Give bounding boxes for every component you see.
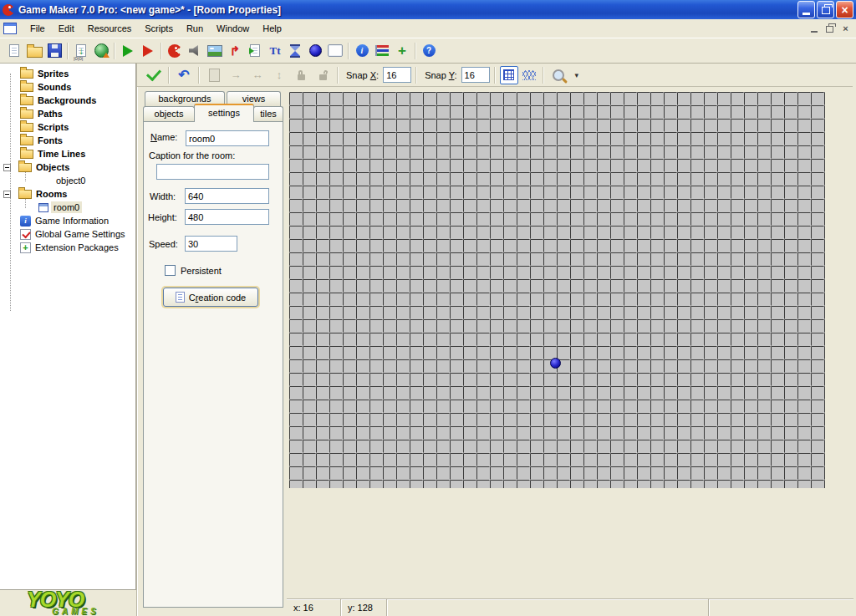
- width-input[interactable]: [185, 188, 269, 204]
- create-sound-button[interactable]: [185, 41, 205, 61]
- game-information-button[interactable]: i: [352, 41, 372, 61]
- menu-scripts[interactable]: Scripts: [138, 21, 180, 36]
- snap-x-input[interactable]: [383, 67, 411, 83]
- main-toolbar: ↓|0|0| ↱ Tt i + ?: [0, 38, 856, 64]
- green-arrow-icon: ↓: [79, 46, 84, 56]
- path-arrow-icon: ↱: [230, 44, 241, 57]
- tab-tiles[interactable]: tiles: [253, 106, 283, 122]
- tree-item-rooms[interactable]: Rooms: [0, 187, 135, 201]
- mdi-close-button[interactable]: ×: [838, 23, 853, 35]
- mdi-minimize-icon: [811, 31, 818, 33]
- create-path-button[interactable]: ↱: [225, 41, 245, 61]
- help-button[interactable]: ?: [419, 41, 439, 61]
- menu-run[interactable]: Run: [180, 21, 210, 36]
- name-label-mnemonic: N: [150, 132, 157, 142]
- collapse-minus-icon[interactable]: [3, 164, 11, 171]
- open-file-button[interactable]: [24, 41, 44, 61]
- snap-x-label-post: :: [376, 70, 379, 80]
- menu-resources[interactable]: Resources: [81, 21, 139, 36]
- new-file-button[interactable]: [4, 41, 24, 61]
- object-instance-ball[interactable]: [550, 358, 561, 369]
- tree-item-sounds[interactable]: Sounds: [0, 80, 135, 94]
- tree-item-label: Sprites: [38, 69, 69, 79]
- save-file-button[interactable]: [44, 41, 64, 61]
- collapse-minus-icon[interactable]: [3, 191, 11, 198]
- tree-item-object0[interactable]: object0: [0, 174, 135, 187]
- run-debug-button[interactable]: [138, 41, 158, 61]
- zoom-dropdown-arrow[interactable]: ▾: [575, 71, 579, 79]
- room-grid-canvas[interactable]: [289, 92, 825, 488]
- restore-button[interactable]: [817, 1, 834, 18]
- create-time-line-button[interactable]: [285, 41, 305, 61]
- restore-icon: [822, 7, 830, 14]
- folder-icon: [18, 190, 32, 199]
- mdi-minimize-button[interactable]: [807, 23, 821, 35]
- tree-item-room0[interactable]: room0: [0, 201, 135, 214]
- menu-help[interactable]: Help: [256, 21, 288, 36]
- settings-tab-content: Name: Caption for the room: Width: Heigh…: [143, 121, 283, 608]
- name-label: Name:: [150, 132, 177, 142]
- tree-item-fonts[interactable]: Fonts: [0, 134, 135, 147]
- close-icon: ×: [841, 4, 848, 16]
- red-check-icon: [20, 229, 31, 240]
- run-game-button[interactable]: [118, 41, 138, 61]
- tree-item-objects[interactable]: Objects: [0, 160, 135, 174]
- caption-input[interactable]: [156, 164, 269, 180]
- publish-game-button[interactable]: [91, 41, 111, 61]
- title-bar: Game Maker 7.0 Pro: <new game>* - [Room …: [0, 0, 856, 19]
- create-font-button[interactable]: Tt: [265, 41, 285, 61]
- tree-item-time-lines[interactable]: Time Lines: [0, 147, 135, 160]
- close-button[interactable]: ×: [836, 1, 853, 18]
- tree-item-scripts[interactable]: Scripts: [0, 120, 135, 134]
- create-object-button[interactable]: [305, 41, 325, 61]
- menu-window[interactable]: Window: [210, 21, 256, 36]
- tab-settings-active[interactable]: settings: [194, 104, 254, 122]
- creation-code-button[interactable]: Creation code: [163, 288, 258, 307]
- status-bar: x: 16 y: 128: [287, 598, 853, 616]
- undo-button[interactable]: ↶: [174, 65, 194, 85]
- create-script-button[interactable]: [245, 41, 265, 61]
- height-input[interactable]: [185, 209, 269, 225]
- global-game-settings-button[interactable]: [372, 41, 392, 61]
- zoom-button[interactable]: [548, 65, 568, 85]
- snap-y-label: Snap Y:: [425, 70, 456, 80]
- commit-changes-button[interactable]: [144, 65, 164, 85]
- mdi-child-icon[interactable]: [3, 23, 17, 34]
- menu-file[interactable]: File: [23, 21, 52, 36]
- globe-icon: [94, 43, 109, 58]
- tree-item-sprites[interactable]: Sprites: [0, 67, 135, 80]
- speed-input[interactable]: [185, 236, 237, 252]
- isometric-toggle-button[interactable]: [520, 66, 538, 84]
- tree-item-global-game-settings[interactable]: Global Game Settings: [0, 227, 135, 241]
- folder-icon: [20, 136, 33, 145]
- tree-item-extension-packages[interactable]: +Extension Packages: [0, 241, 135, 254]
- clear-button-disabled: [204, 65, 224, 85]
- create-room-button[interactable]: [325, 41, 345, 61]
- create-background-button[interactable]: [205, 41, 225, 61]
- tree-item-backgrounds[interactable]: Backgrounds: [0, 94, 135, 107]
- speaker-icon: [189, 45, 201, 56]
- folder-icon: [20, 96, 33, 105]
- lock-icon: [298, 74, 305, 80]
- toolbar-separator: [415, 43, 416, 59]
- tab-objects[interactable]: objects: [143, 106, 195, 122]
- tree-item-label: Backgrounds: [38, 95, 96, 105]
- extension-packages-button[interactable]: +: [392, 41, 412, 61]
- room-window-icon: [38, 203, 48, 212]
- undo-arrow-icon: ↶: [178, 69, 189, 82]
- info-icon: i: [356, 44, 369, 57]
- persistent-checkbox[interactable]: [165, 265, 176, 276]
- grid-toggle-button[interactable]: [500, 66, 518, 84]
- games-logo: GAMES: [52, 607, 99, 616]
- tree-item-paths[interactable]: Paths: [0, 107, 135, 120]
- name-input[interactable]: [186, 130, 269, 146]
- status-empty-cell: [709, 599, 853, 616]
- snap-y-input[interactable]: [461, 67, 490, 83]
- menu-edit[interactable]: Edit: [52, 21, 81, 36]
- mdi-restore-button[interactable]: [823, 23, 837, 35]
- create-executable-button[interactable]: ↓|0|0|: [71, 41, 91, 61]
- folder-icon: [20, 150, 33, 159]
- minimize-button[interactable]: [797, 1, 815, 18]
- tree-item-game-information[interactable]: iGame Information: [0, 214, 135, 227]
- create-sprite-button[interactable]: [165, 41, 185, 61]
